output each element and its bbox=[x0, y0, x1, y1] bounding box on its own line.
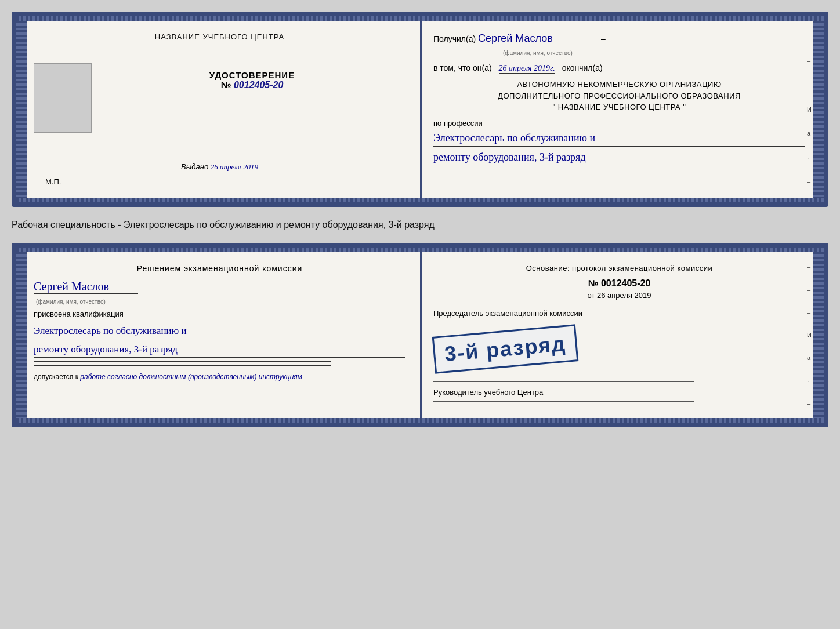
chairman-text: Председатель экзаменационной комиссии bbox=[433, 309, 805, 318]
top-card-left: НАЗВАНИЕ УЧЕБНОГО ЦЕНТРА УДОСТОВЕРЕНИЕ №… bbox=[16, 16, 419, 202]
signature-line-1 bbox=[34, 361, 331, 362]
received-label: Получил(а) bbox=[433, 34, 476, 43]
received-line: Получил(а) Сергей Маслов – bbox=[433, 32, 805, 45]
issued-date: 26 апреля 2019 bbox=[211, 162, 258, 172]
qualification-line1: Электрослесарь по обслуживанию и bbox=[34, 323, 405, 339]
top-certificate-card: НАЗВАНИЕ УЧЕБНОГО ЦЕНТРА УДОСТОВЕРЕНИЕ №… bbox=[12, 12, 828, 207]
assigned-text: присвоена квалификация bbox=[34, 310, 405, 318]
qualification-line2: ремонту оборудования, 3-й разряд bbox=[34, 341, 405, 358]
rukovoditel-text: Руководитель учебного Центра bbox=[433, 388, 805, 397]
cert-number-label: № bbox=[221, 80, 231, 90]
stamp-overlay: 3-й разряд bbox=[433, 326, 577, 372]
finished-label: окончил(а) bbox=[562, 63, 603, 72]
mp-line: М.П. bbox=[34, 177, 61, 186]
allowed-label: допускается к bbox=[34, 373, 78, 381]
issued-label: Выдано bbox=[181, 162, 208, 172]
profession-block: Электрослесарь по обслуживанию и ремонту… bbox=[433, 130, 805, 167]
profession-line1: Электрослесарь по обслуживанию и bbox=[433, 130, 805, 147]
stamp: 3-й разряд bbox=[432, 324, 579, 373]
cert-title: УДОСТОВЕРЕНИЕ bbox=[209, 70, 295, 80]
allowed-text: допускается к работе согласно должностны… bbox=[34, 373, 405, 381]
basis-text: Основание: протокол экзаменационной коми… bbox=[433, 264, 805, 272]
protocol-date-value: 26 апреля 2019 bbox=[597, 291, 651, 300]
allowed-italic: работе согласно должностным (производств… bbox=[80, 373, 302, 381]
date-prefix: от bbox=[587, 291, 595, 300]
person-name-bottom-block: Сергей Маслов bbox=[34, 280, 405, 294]
org-block: АВТОНОМНУЮ НЕКОММЕРЧЕСКУЮ ОРГАНИЗАЦИЮ ДО… bbox=[433, 79, 805, 113]
name-subtitle-bottom: (фамилия, имя, отчество) bbox=[36, 299, 405, 305]
signature-line-chairman bbox=[433, 381, 694, 382]
label-between: Рабочая специальность - Электрослесарь п… bbox=[12, 217, 828, 232]
number-label: № bbox=[588, 278, 599, 288]
bottom-border bbox=[16, 198, 824, 202]
institution-name-top: НАЗВАНИЕ УЧЕБНОГО ЦЕНТРА bbox=[155, 32, 284, 41]
photo-placeholder bbox=[34, 63, 92, 133]
completion-date: 26 апреля 2019г. bbox=[499, 64, 555, 74]
page-wrapper: НАЗВАНИЕ УЧЕБНОГО ЦЕНТРА УДОСТОВЕРЕНИЕ №… bbox=[12, 12, 828, 427]
right-edge-marks-bottom: –––Иа←– bbox=[807, 248, 813, 423]
profession-line2: ремонту оборудования, 3-й разряд bbox=[433, 149, 805, 166]
protocol-date: от 26 апреля 2019 bbox=[433, 291, 805, 300]
name-subtitle-top: (фамилия, имя, отчество) bbox=[503, 50, 805, 56]
bottom-card-top-border bbox=[16, 248, 824, 252]
bottom-card-left: Решением экзаменационной комиссии Сергей… bbox=[16, 248, 419, 423]
org-line3: " НАЗВАНИЕ УЧЕБНОГО ЦЕНТРА " bbox=[433, 101, 805, 113]
right-border-pattern bbox=[813, 16, 824, 202]
person-name-bottom: Сергей Маслов bbox=[34, 280, 138, 294]
received-name: Сергей Маслов bbox=[478, 32, 594, 45]
signature-line-rukovoditel bbox=[433, 401, 694, 402]
org-line2: ДОПОЛНИТЕЛЬНОГО ПРОФЕССИОНАЛЬНОГО ОБРАЗО… bbox=[433, 90, 805, 102]
issued-line: Выдано 26 апреля 2019 bbox=[181, 162, 258, 172]
protocol-number-value: 0012405-20 bbox=[601, 278, 650, 288]
in-that-label: в том, что он(а) bbox=[433, 63, 492, 72]
cert-number-value: 0012405-20 bbox=[234, 80, 283, 90]
qualification-block: Электрослесарь по обслуживанию и ремонту… bbox=[34, 323, 405, 358]
cert-title-block: УДОСТОВЕРЕНИЕ № 0012405-20 bbox=[209, 70, 295, 90]
stamp-text: 3-й разряд bbox=[444, 332, 567, 366]
org-line1: АВТОНОМНУЮ НЕКОММЕРЧЕСКУЮ ОРГАНИЗАЦИЮ bbox=[433, 79, 805, 90]
bottom-card-bottom-border bbox=[16, 418, 824, 423]
dash-1: – bbox=[601, 34, 606, 43]
protocol-number: № 0012405-20 bbox=[433, 278, 805, 289]
signature-divider-left bbox=[108, 147, 331, 147]
cert-number: № 0012405-20 bbox=[209, 80, 295, 90]
decision-title: Решением экзаменационной комиссии bbox=[34, 264, 405, 273]
in-that-line: в том, что он(а) 26 апреля 2019г. окончи… bbox=[433, 63, 805, 73]
bottom-card-right: Основание: протокол экзаменационной коми… bbox=[419, 248, 824, 423]
profession-label: по профессии bbox=[433, 119, 805, 128]
signature-line-2 bbox=[34, 365, 331, 366]
bottom-certificate-card: Решением экзаменационной комиссии Сергей… bbox=[12, 243, 828, 427]
top-card-right: Получил(а) Сергей Маслов – (фамилия, имя… bbox=[419, 16, 824, 202]
top-border bbox=[16, 16, 824, 21]
right-edge-marks-top: –––Иа←– bbox=[807, 16, 813, 202]
bottom-right-border-pattern bbox=[813, 248, 824, 423]
